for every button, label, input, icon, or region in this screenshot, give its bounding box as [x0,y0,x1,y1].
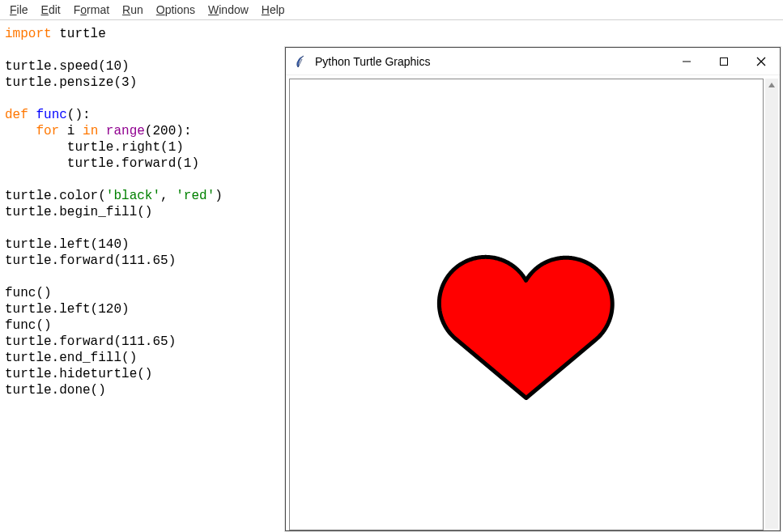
window-title: Python Turtle Graphics [315,55,430,68]
code-line: turtle.left(120) [5,301,223,317]
code-line: turtle.forward(1) [5,155,223,172]
menu-format[interactable]: Format [67,2,116,18]
code-line [5,42,223,58]
menu-window[interactable]: Window [202,2,255,18]
close-button[interactable] [743,48,780,74]
code-line: turtle.done() [5,382,223,398]
code-line: turtle.speed(10) [5,58,223,74]
menu-help[interactable]: Help [255,2,291,18]
code-line: turtle.hideturtle() [5,366,223,382]
window-controls [668,48,780,74]
code-line: turtle.right(1) [5,139,223,155]
code-line [5,220,223,236]
code-line: turtle.begin_fill() [5,204,223,220]
maximize-button[interactable] [705,48,743,74]
code-editor[interactable]: import turtle turtle.speed(10)turtle.pen… [5,26,223,398]
svg-rect-2 [721,57,728,65]
feather-icon [294,55,307,68]
code-line [5,269,223,285]
menu-file[interactable]: File [3,2,35,18]
code-line: func() [5,317,223,334]
menu-edit[interactable]: Edit [35,2,67,18]
code-line: turtle.color('black', 'red') [5,188,223,204]
code-line: turtle.forward(111.65) [5,253,223,269]
turtle-graphics-window: Python Turtle Graphics [285,47,781,531]
code-line [5,172,223,188]
heart-shape [355,97,695,405]
menu-options[interactable]: Options [150,2,202,18]
window-titlebar[interactable]: Python Turtle Graphics [286,48,780,75]
turtle-canvas [289,79,764,530]
menu-bar: FileEditFormatRunOptionsWindowHelp [0,0,783,20]
code-line: for i in range(200): [5,123,223,139]
vertical-scrollbar[interactable] [765,79,778,529]
code-line: turtle.pensize(3) [5,74,223,91]
menu-run[interactable]: Run [116,2,150,18]
code-line: turtle.forward(111.65) [5,334,223,350]
code-line: def func(): [5,107,223,123]
code-line [5,91,223,107]
minimize-button[interactable] [668,48,705,74]
code-line: turtle.end_fill() [5,350,223,366]
code-line: func() [5,285,223,301]
code-line: import turtle [5,26,223,42]
scroll-up-arrow[interactable] [765,79,778,92]
code-line: turtle.left(140) [5,236,223,253]
